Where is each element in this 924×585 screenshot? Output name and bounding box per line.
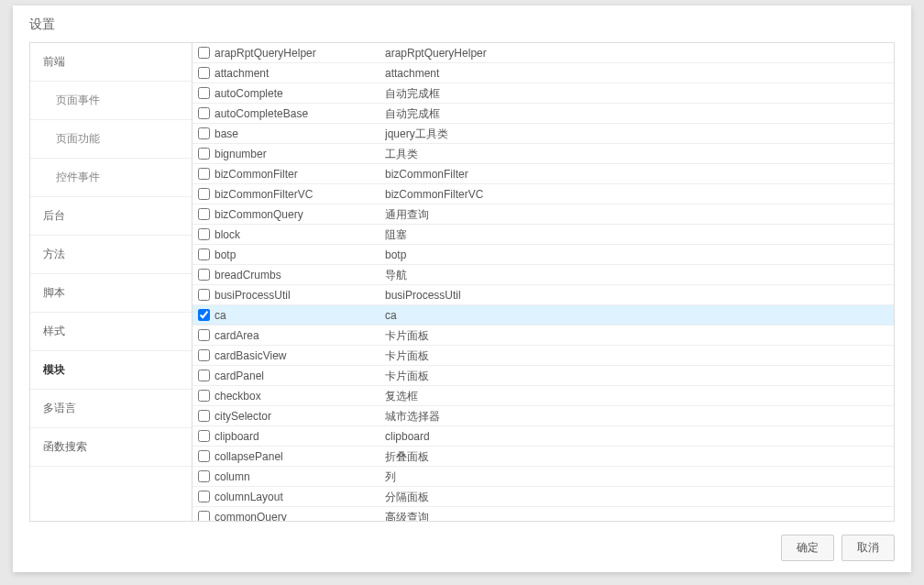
sidebar-item-label: 方法 bbox=[43, 248, 65, 260]
table-row[interactable]: clipboardclipboard bbox=[192, 426, 894, 447]
module-name: columnLayout bbox=[214, 487, 385, 507]
row-checkbox-cell bbox=[192, 148, 214, 160]
table-row[interactable]: bizCommonFilterbizCommonFilter bbox=[192, 164, 894, 184]
sidebar-item[interactable]: 前端 bbox=[30, 43, 192, 82]
row-checkbox[interactable] bbox=[198, 67, 210, 79]
table-row[interactable]: checkbox复选框 bbox=[192, 386, 894, 406]
table-row[interactable]: arapRptQueryHelperarapRptQueryHelper bbox=[192, 43, 894, 63]
row-checkbox[interactable] bbox=[198, 450, 210, 462]
table-row[interactable]: columnLayout分隔面板 bbox=[192, 487, 894, 507]
row-checkbox[interactable] bbox=[198, 390, 210, 402]
table-row[interactable]: autoCompleteBase自动完成框 bbox=[192, 104, 894, 124]
module-desc: busiProcessUtil bbox=[385, 285, 894, 305]
table-row[interactable]: bignumber工具类 bbox=[192, 144, 894, 164]
row-checkbox-cell bbox=[192, 248, 214, 260]
sidebar-item[interactable]: 多语言 bbox=[30, 390, 192, 428]
table-row[interactable]: attachmentattachment bbox=[192, 63, 894, 83]
row-checkbox-cell bbox=[192, 107, 214, 119]
row-checkbox[interactable] bbox=[198, 228, 210, 240]
module-name: bizCommonFilterVC bbox=[214, 184, 385, 204]
sidebar-item[interactable]: 页面功能 bbox=[30, 120, 192, 159]
sidebar-item[interactable]: 后台 bbox=[30, 197, 192, 236]
row-checkbox[interactable] bbox=[198, 248, 210, 260]
sidebar-item-label: 样式 bbox=[43, 325, 65, 337]
cancel-button[interactable]: 取消 bbox=[842, 535, 895, 561]
sidebar-item-label: 脚本 bbox=[43, 286, 65, 299]
module-list[interactable]: arapRptQueryHelperarapRptQueryHelperatta… bbox=[192, 43, 894, 521]
row-checkbox[interactable] bbox=[198, 208, 210, 220]
table-row[interactable]: column列 bbox=[192, 467, 894, 487]
row-checkbox[interactable] bbox=[198, 289, 210, 301]
row-checkbox[interactable] bbox=[198, 107, 210, 119]
table-row[interactable]: busiProcessUtilbusiProcessUtil bbox=[192, 285, 894, 305]
row-checkbox[interactable] bbox=[198, 410, 210, 422]
row-checkbox[interactable] bbox=[198, 370, 210, 381]
module-name: ca bbox=[214, 305, 385, 326]
row-checkbox-cell bbox=[192, 188, 214, 200]
row-checkbox-cell bbox=[192, 87, 214, 99]
row-checkbox[interactable] bbox=[198, 491, 210, 502]
module-desc: 城市选择器 bbox=[385, 406, 894, 426]
module-desc: botp bbox=[385, 245, 894, 265]
module-name: checkbox bbox=[214, 386, 385, 406]
sidebar-item[interactable]: 模块 bbox=[30, 351, 192, 390]
table-row[interactable]: citySelector城市选择器 bbox=[192, 406, 894, 426]
row-checkbox[interactable] bbox=[198, 349, 210, 361]
row-checkbox[interactable] bbox=[198, 511, 210, 521]
table-row[interactable]: bizCommonFilterVCbizCommonFilterVC bbox=[192, 184, 894, 204]
row-checkbox[interactable] bbox=[198, 148, 210, 160]
module-desc: 自动完成框 bbox=[385, 83, 894, 104]
module-desc: 卡片面板 bbox=[385, 346, 894, 366]
sidebar-item[interactable]: 脚本 bbox=[30, 274, 192, 313]
table-row[interactable]: autoComplete自动完成框 bbox=[192, 83, 894, 104]
sidebar-item[interactable]: 样式 bbox=[30, 313, 192, 351]
module-name: clipboard bbox=[214, 426, 385, 447]
row-checkbox[interactable] bbox=[198, 87, 210, 99]
table-row[interactable]: cardPanel卡片面板 bbox=[192, 366, 894, 386]
row-checkbox[interactable] bbox=[198, 309, 210, 321]
table-row[interactable]: cardArea卡片面板 bbox=[192, 326, 894, 346]
module-desc: 高级查询 bbox=[385, 507, 894, 522]
module-desc: clipboard bbox=[385, 426, 894, 447]
row-checkbox[interactable] bbox=[198, 47, 210, 59]
module-name: bizCommonQuery bbox=[214, 204, 385, 225]
module-desc: 卡片面板 bbox=[385, 326, 894, 346]
table-row[interactable]: botpbotp bbox=[192, 245, 894, 265]
module-name: breadCrumbs bbox=[214, 265, 385, 285]
module-name: block bbox=[214, 225, 385, 245]
sidebar-item-label: 页面功能 bbox=[56, 132, 100, 145]
sidebar-item[interactable]: 函数搜索 bbox=[30, 428, 192, 467]
ok-button[interactable]: 确定 bbox=[781, 535, 834, 561]
module-name: attachment bbox=[214, 63, 385, 83]
dialog-title: 设置 bbox=[13, 6, 911, 42]
table-row[interactable]: collapsePanel折叠面板 bbox=[192, 447, 894, 467]
row-checkbox[interactable] bbox=[198, 269, 210, 281]
table-row[interactable]: bizCommonQuery通用查询 bbox=[192, 204, 894, 225]
table-row[interactable]: breadCrumbs导航 bbox=[192, 265, 894, 285]
module-desc: jquery工具类 bbox=[385, 124, 894, 144]
table-row[interactable]: basejquery工具类 bbox=[192, 124, 894, 144]
table-row[interactable]: commonQuery高级查询 bbox=[192, 507, 894, 521]
row-checkbox[interactable] bbox=[198, 430, 210, 442]
module-name: cardPanel bbox=[214, 366, 385, 386]
module-desc: 列 bbox=[385, 467, 894, 487]
module-name: collapsePanel bbox=[214, 447, 385, 467]
table-row[interactable]: cardBasicView卡片面板 bbox=[192, 346, 894, 366]
module-desc: ca bbox=[385, 305, 894, 326]
sidebar-item-label: 模块 bbox=[43, 363, 65, 376]
row-checkbox-cell bbox=[192, 289, 214, 301]
row-checkbox[interactable] bbox=[198, 127, 210, 139]
sidebar-item-label: 多语言 bbox=[43, 402, 76, 414]
row-checkbox[interactable] bbox=[198, 188, 210, 200]
row-checkbox-cell bbox=[192, 309, 214, 321]
table-row[interactable]: block阻塞 bbox=[192, 225, 894, 245]
module-name: base bbox=[214, 124, 385, 144]
sidebar-item[interactable]: 页面事件 bbox=[30, 82, 192, 120]
sidebar-item[interactable]: 控件事件 bbox=[30, 159, 192, 197]
row-checkbox[interactable] bbox=[198, 329, 210, 341]
table-row[interactable]: caca bbox=[192, 305, 894, 326]
row-checkbox[interactable] bbox=[198, 168, 210, 180]
row-checkbox-cell bbox=[192, 47, 214, 59]
row-checkbox[interactable] bbox=[198, 470, 210, 482]
sidebar-item[interactable]: 方法 bbox=[30, 236, 192, 274]
